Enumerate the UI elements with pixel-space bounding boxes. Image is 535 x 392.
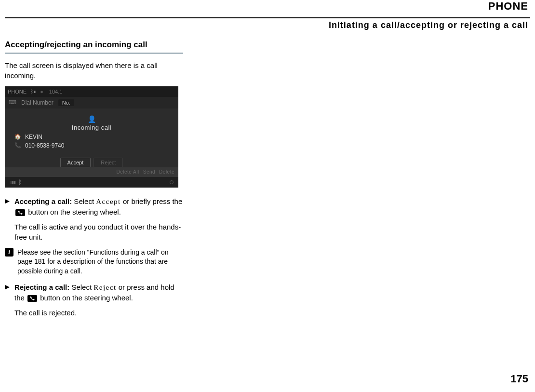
bullet-icon: ▶ xyxy=(5,196,11,217)
screen-accept-button: Accept xyxy=(60,158,91,167)
step-accept-keyword: Accept xyxy=(96,198,120,205)
screen-frequency: 104.1 xyxy=(49,89,63,95)
screen-footer-send: Send xyxy=(143,169,155,175)
step-accept-pre: Select xyxy=(72,197,96,205)
step-accept: ▶ Accepting a call: Select Accept or bri… xyxy=(5,196,183,217)
screen-dial-label: Dial Number xyxy=(21,99,54,106)
info-note-text: Please see the section “Functions during… xyxy=(17,248,183,276)
bullet-icon: ▶ xyxy=(5,282,11,303)
knob-icon xyxy=(170,180,174,184)
step-reject-result: The call is rejected. xyxy=(14,308,183,318)
phone-button-icon xyxy=(15,209,25,216)
dial-icon: ⌨ xyxy=(9,99,16,106)
bluetooth-icon: ᛒ▮ xyxy=(30,89,36,94)
screen-incoming-label: Incoming call xyxy=(5,124,178,131)
info-note-row: i Please see the section “Functions duri… xyxy=(5,248,183,276)
screen-caller-number: 010-8538-9740 xyxy=(25,142,64,149)
section-heading: Accepting/rejecting an incoming call xyxy=(5,40,183,54)
step-accept-result: The call is active and you conduct it ov… xyxy=(14,222,183,242)
screen-footer-delete: Delete xyxy=(159,169,174,175)
step-reject-post2: button on the steering wheel. xyxy=(38,294,133,302)
info-icon: i xyxy=(5,248,13,257)
caller-phone-icon: 📞 xyxy=(14,142,21,149)
page-number: 175 xyxy=(510,373,528,385)
phone-button-icon xyxy=(27,295,37,302)
step-reject-pre: Select xyxy=(69,283,94,291)
step-accept-post1: or briefly press the xyxy=(121,197,183,205)
phone-screen-figure: PHONE ᛒ▮ ● 104.1 ⌨ Dial Number No. 👤 Inc… xyxy=(5,86,178,188)
incoming-icon: 👤 xyxy=(5,115,178,123)
step-accept-post2: button on the steering wheel. xyxy=(26,208,121,216)
step-accept-label: Accepting a call: xyxy=(14,197,72,205)
screen-top-label: PHONE xyxy=(8,89,27,95)
screen-dial-field: No. xyxy=(58,99,74,106)
screen-footer-delete-all: Delete All xyxy=(116,169,139,175)
bluetooth-icon-2: ᛒ xyxy=(18,179,22,186)
step-reject-label: Rejecting a call: xyxy=(14,283,69,291)
signal-icon: ▯▮▮ xyxy=(10,180,15,185)
step-reject-keyword: Reject xyxy=(94,284,116,291)
section-title-header: Initiating a call/accepting or rejecting… xyxy=(329,20,528,30)
intro-paragraph: The call screen is displayed when there … xyxy=(5,61,183,81)
chapter-title: PHONE xyxy=(488,0,528,13)
caller-home-icon: 🏠 xyxy=(14,134,21,140)
screen-caller-name: KEVIN xyxy=(25,134,42,140)
step-reject: ▶ Rejecting a call: Select Reject or pre… xyxy=(5,282,183,303)
screen-reject-button: Reject xyxy=(94,158,123,167)
